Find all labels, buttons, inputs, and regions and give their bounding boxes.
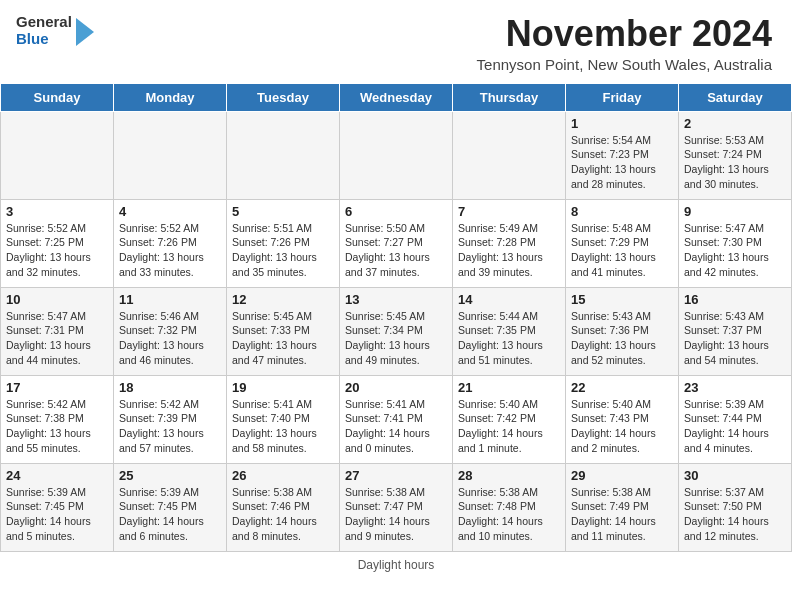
footer: Daylight hours xyxy=(0,552,792,574)
day-number: 14 xyxy=(458,292,560,307)
calendar-day: 8Sunrise: 5:48 AM Sunset: 7:29 PM Daylig… xyxy=(566,199,679,287)
calendar-day: 28Sunrise: 5:38 AM Sunset: 7:48 PM Dayli… xyxy=(453,463,566,551)
day-info: Sunrise: 5:39 AM Sunset: 7:45 PM Dayligh… xyxy=(6,485,108,544)
col-header-sunday: Sunday xyxy=(1,83,114,111)
day-info: Sunrise: 5:38 AM Sunset: 7:46 PM Dayligh… xyxy=(232,485,334,544)
day-number: 28 xyxy=(458,468,560,483)
calendar-day: 11Sunrise: 5:46 AM Sunset: 7:32 PM Dayli… xyxy=(114,287,227,375)
calendar-day: 6Sunrise: 5:50 AM Sunset: 7:27 PM Daylig… xyxy=(340,199,453,287)
day-info: Sunrise: 5:45 AM Sunset: 7:34 PM Dayligh… xyxy=(345,309,447,368)
day-info: Sunrise: 5:51 AM Sunset: 7:26 PM Dayligh… xyxy=(232,221,334,280)
calendar-table: SundayMondayTuesdayWednesdayThursdayFrid… xyxy=(0,83,792,552)
day-info: Sunrise: 5:53 AM Sunset: 7:24 PM Dayligh… xyxy=(684,133,786,192)
day-info: Sunrise: 5:50 AM Sunset: 7:27 PM Dayligh… xyxy=(345,221,447,280)
title-block: November 2024 Tennyson Point, New South … xyxy=(477,14,772,73)
day-number: 2 xyxy=(684,116,786,131)
day-number: 12 xyxy=(232,292,334,307)
calendar-week-2: 10Sunrise: 5:47 AM Sunset: 7:31 PM Dayli… xyxy=(1,287,792,375)
logo-arrow-icon xyxy=(76,18,94,46)
day-info: Sunrise: 5:45 AM Sunset: 7:33 PM Dayligh… xyxy=(232,309,334,368)
calendar-header-row: SundayMondayTuesdayWednesdayThursdayFrid… xyxy=(1,83,792,111)
day-info: Sunrise: 5:44 AM Sunset: 7:35 PM Dayligh… xyxy=(458,309,560,368)
day-number: 25 xyxy=(119,468,221,483)
day-info: Sunrise: 5:47 AM Sunset: 7:31 PM Dayligh… xyxy=(6,309,108,368)
day-info: Sunrise: 5:39 AM Sunset: 7:45 PM Dayligh… xyxy=(119,485,221,544)
calendar-day: 1Sunrise: 5:54 AM Sunset: 7:23 PM Daylig… xyxy=(566,111,679,199)
calendar-day: 19Sunrise: 5:41 AM Sunset: 7:40 PM Dayli… xyxy=(227,375,340,463)
daylight-hours-label: Daylight hours xyxy=(358,558,435,572)
calendar-day xyxy=(114,111,227,199)
day-info: Sunrise: 5:40 AM Sunset: 7:43 PM Dayligh… xyxy=(571,397,673,456)
day-info: Sunrise: 5:52 AM Sunset: 7:25 PM Dayligh… xyxy=(6,221,108,280)
calendar-day: 5Sunrise: 5:51 AM Sunset: 7:26 PM Daylig… xyxy=(227,199,340,287)
day-number: 29 xyxy=(571,468,673,483)
calendar-day xyxy=(453,111,566,199)
calendar-day: 13Sunrise: 5:45 AM Sunset: 7:34 PM Dayli… xyxy=(340,287,453,375)
day-number: 9 xyxy=(684,204,786,219)
day-number: 3 xyxy=(6,204,108,219)
header: General Blue November 2024 Tennyson Poin… xyxy=(0,0,792,79)
calendar-day: 23Sunrise: 5:39 AM Sunset: 7:44 PM Dayli… xyxy=(679,375,792,463)
calendar-day: 25Sunrise: 5:39 AM Sunset: 7:45 PM Dayli… xyxy=(114,463,227,551)
day-number: 10 xyxy=(6,292,108,307)
day-number: 16 xyxy=(684,292,786,307)
logo-text: General Blue xyxy=(16,14,72,47)
day-number: 23 xyxy=(684,380,786,395)
day-info: Sunrise: 5:54 AM Sunset: 7:23 PM Dayligh… xyxy=(571,133,673,192)
calendar-day: 9Sunrise: 5:47 AM Sunset: 7:30 PM Daylig… xyxy=(679,199,792,287)
calendar-day: 20Sunrise: 5:41 AM Sunset: 7:41 PM Dayli… xyxy=(340,375,453,463)
calendar-day: 17Sunrise: 5:42 AM Sunset: 7:38 PM Dayli… xyxy=(1,375,114,463)
day-info: Sunrise: 5:48 AM Sunset: 7:29 PM Dayligh… xyxy=(571,221,673,280)
calendar-week-1: 3Sunrise: 5:52 AM Sunset: 7:25 PM Daylig… xyxy=(1,199,792,287)
day-info: Sunrise: 5:49 AM Sunset: 7:28 PM Dayligh… xyxy=(458,221,560,280)
logo-general: General xyxy=(16,14,72,31)
day-info: Sunrise: 5:38 AM Sunset: 7:47 PM Dayligh… xyxy=(345,485,447,544)
calendar-day: 22Sunrise: 5:40 AM Sunset: 7:43 PM Dayli… xyxy=(566,375,679,463)
day-number: 22 xyxy=(571,380,673,395)
day-number: 15 xyxy=(571,292,673,307)
calendar-day: 14Sunrise: 5:44 AM Sunset: 7:35 PM Dayli… xyxy=(453,287,566,375)
col-header-wednesday: Wednesday xyxy=(340,83,453,111)
calendar-day: 4Sunrise: 5:52 AM Sunset: 7:26 PM Daylig… xyxy=(114,199,227,287)
day-info: Sunrise: 5:42 AM Sunset: 7:39 PM Dayligh… xyxy=(119,397,221,456)
day-info: Sunrise: 5:52 AM Sunset: 7:26 PM Dayligh… xyxy=(119,221,221,280)
calendar-day: 26Sunrise: 5:38 AM Sunset: 7:46 PM Dayli… xyxy=(227,463,340,551)
day-info: Sunrise: 5:41 AM Sunset: 7:40 PM Dayligh… xyxy=(232,397,334,456)
day-info: Sunrise: 5:40 AM Sunset: 7:42 PM Dayligh… xyxy=(458,397,560,456)
month-year-title: November 2024 xyxy=(477,14,772,54)
calendar-day xyxy=(340,111,453,199)
day-info: Sunrise: 5:41 AM Sunset: 7:41 PM Dayligh… xyxy=(345,397,447,456)
col-header-saturday: Saturday xyxy=(679,83,792,111)
col-header-thursday: Thursday xyxy=(453,83,566,111)
calendar-day: 30Sunrise: 5:37 AM Sunset: 7:50 PM Dayli… xyxy=(679,463,792,551)
logo: General Blue xyxy=(16,14,94,47)
day-number: 30 xyxy=(684,468,786,483)
day-number: 8 xyxy=(571,204,673,219)
day-number: 26 xyxy=(232,468,334,483)
day-number: 19 xyxy=(232,380,334,395)
day-number: 18 xyxy=(119,380,221,395)
calendar-day: 21Sunrise: 5:40 AM Sunset: 7:42 PM Dayli… xyxy=(453,375,566,463)
day-number: 4 xyxy=(119,204,221,219)
calendar-day: 12Sunrise: 5:45 AM Sunset: 7:33 PM Dayli… xyxy=(227,287,340,375)
calendar-day xyxy=(1,111,114,199)
day-number: 24 xyxy=(6,468,108,483)
calendar-week-4: 24Sunrise: 5:39 AM Sunset: 7:45 PM Dayli… xyxy=(1,463,792,551)
col-header-monday: Monday xyxy=(114,83,227,111)
logo-blue: Blue xyxy=(16,31,72,48)
calendar-day: 29Sunrise: 5:38 AM Sunset: 7:49 PM Dayli… xyxy=(566,463,679,551)
day-info: Sunrise: 5:42 AM Sunset: 7:38 PM Dayligh… xyxy=(6,397,108,456)
day-number: 21 xyxy=(458,380,560,395)
col-header-tuesday: Tuesday xyxy=(227,83,340,111)
location-subtitle: Tennyson Point, New South Wales, Austral… xyxy=(477,56,772,73)
day-info: Sunrise: 5:46 AM Sunset: 7:32 PM Dayligh… xyxy=(119,309,221,368)
day-number: 17 xyxy=(6,380,108,395)
calendar-day: 18Sunrise: 5:42 AM Sunset: 7:39 PM Dayli… xyxy=(114,375,227,463)
day-number: 20 xyxy=(345,380,447,395)
day-info: Sunrise: 5:43 AM Sunset: 7:37 PM Dayligh… xyxy=(684,309,786,368)
calendar-day xyxy=(227,111,340,199)
day-number: 5 xyxy=(232,204,334,219)
calendar-week-3: 17Sunrise: 5:42 AM Sunset: 7:38 PM Dayli… xyxy=(1,375,792,463)
calendar-day: 2Sunrise: 5:53 AM Sunset: 7:24 PM Daylig… xyxy=(679,111,792,199)
day-number: 11 xyxy=(119,292,221,307)
